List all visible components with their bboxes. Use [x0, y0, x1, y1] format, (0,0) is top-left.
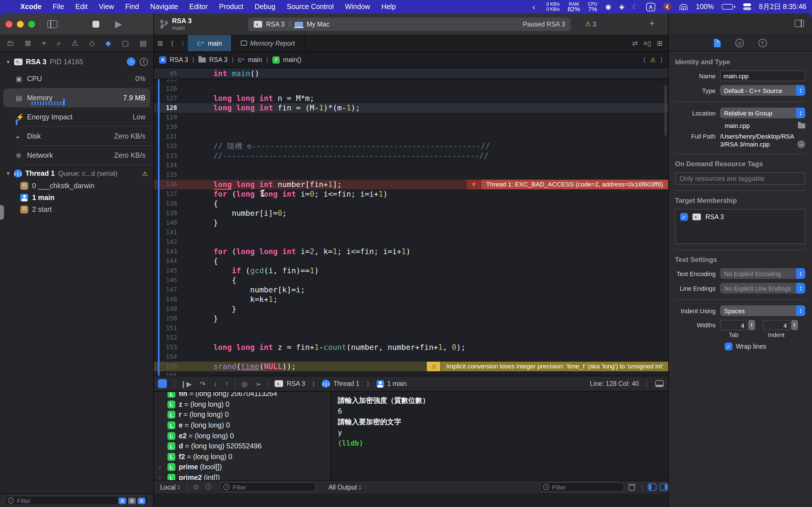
- menubar-clock[interactable]: 8月2日 8:35:46: [759, 2, 806, 11]
- variables-scope-select[interactable]: Local ▲▼: [160, 484, 180, 490]
- run-button[interactable]: ▶: [115, 18, 122, 29]
- minimap-icon[interactable]: ≡▯: [644, 39, 651, 47]
- code-line-144[interactable]: 144 {: [153, 256, 668, 266]
- breadcrumb-group[interactable]: RSA 3: [209, 56, 227, 63]
- code-line-135[interactable]: 135: [153, 170, 668, 180]
- breakpoint-navigator-icon[interactable]: ▢: [122, 39, 129, 47]
- zoom-window-button[interactable]: [28, 20, 35, 27]
- variables-filter-input[interactable]: ☰ Filter: [220, 482, 316, 492]
- menu-item-navigate[interactable]: Navigate: [145, 3, 184, 11]
- back-chevron-icon[interactable]: ⟨: [167, 35, 177, 51]
- indent-width-field[interactable]: 4: [763, 320, 790, 330]
- code-line-154[interactable]: 154: [153, 352, 668, 362]
- gauge-memory[interactable]: ▤Memory7.9 MB: [3, 89, 150, 107]
- menu-item-product[interactable]: Product: [213, 3, 249, 11]
- info-gauge-icon[interactable]: ◔: [127, 57, 135, 66]
- line-endings-select[interactable]: No Explicit Line Endings▲▼: [720, 283, 805, 293]
- prev-issue-chevron-icon[interactable]: ⟨: [643, 56, 646, 63]
- thread-row[interactable]: ▼ ❙❙❙ Thread 1 Queue: c...d (serial) ⚠: [0, 165, 153, 180]
- code-line-137[interactable]: 137 for (long long int i=0; i<=fin; i=i+…: [153, 189, 668, 199]
- project-navigator-icon[interactable]: 🗀: [7, 39, 14, 47]
- code-line-133[interactable]: 133 //----------------------------------…: [153, 151, 668, 161]
- diamond-app-icon[interactable]: ◈: [619, 3, 624, 11]
- window-edge-drag-handle[interactable]: [0, 205, 4, 220]
- code-line-142[interactable]: 142: [153, 237, 668, 247]
- code-line-155[interactable]: 155 srand(time(NULL));⚠Implicit conversi…: [153, 362, 668, 371]
- info-icon[interactable]: ⓘ: [204, 483, 212, 491]
- warning-annotation[interactable]: Implicit conversion loses integer precis…: [441, 362, 668, 371]
- minimize-window-button[interactable]: [17, 20, 24, 27]
- source-editor[interactable]: 125126127 long long int n = M*m;128 long…: [153, 68, 668, 376]
- play-circle-icon[interactable]: ◉: [605, 3, 611, 11]
- debug-navigator-icon[interactable]: ◆: [105, 39, 111, 47]
- menu-item-editor[interactable]: Editor: [184, 3, 213, 11]
- continue-button[interactable]: ❙▶: [176, 379, 196, 388]
- input-source-icon[interactable]: A: [646, 3, 655, 11]
- menu-item-find[interactable]: Find: [119, 3, 145, 11]
- code-line-130[interactable]: 130: [153, 122, 668, 132]
- file-inspector-icon[interactable]: [714, 39, 720, 47]
- find-navigator-icon[interactable]: ⌕: [57, 39, 61, 48]
- step-over-button[interactable]: ↷: [196, 379, 209, 388]
- console-output[interactable]: 請輸入加密強度（質數位數）6請輸入要加密的文字y(lldb): [331, 392, 668, 480]
- code-line-153[interactable]: 153 long long int z = fin+1-count(number…: [153, 342, 668, 352]
- help-inspector-icon[interactable]: ?: [758, 39, 767, 47]
- toggle-console-panel-button[interactable]: [660, 483, 668, 491]
- breadcrumb-project[interactable]: RSA 3: [170, 56, 188, 63]
- menu-item-view[interactable]: View: [93, 3, 119, 11]
- code-line-156[interactable]: 156: [153, 371, 668, 376]
- variable-row-e[interactable]: Le = (long long) 0: [153, 420, 331, 431]
- variable-row-z[interactable]: Lz = (long long) 0: [153, 399, 331, 409]
- indent-width-stepper[interactable]: ▲▼: [791, 320, 798, 330]
- code-line-151[interactable]: 151: [153, 323, 668, 333]
- menu-item-debug[interactable]: Debug: [249, 3, 281, 11]
- tab-width-field[interactable]: 4: [720, 320, 747, 330]
- debug-crumb-frame[interactable]: 1 main: [387, 380, 407, 387]
- breadcrumb-file[interactable]: main: [248, 56, 262, 63]
- variables-view[interactable]: Lfin = (long long) 206704113264Lz = (lon…: [153, 392, 331, 480]
- location-select[interactable]: Relative to Group▲▼: [720, 108, 805, 118]
- clear-console-button[interactable]: [629, 484, 635, 490]
- add-editor-icon[interactable]: ⊞: [657, 39, 663, 47]
- breakpoints-toggle-button[interactable]: [158, 379, 167, 388]
- menu-item-help[interactable]: Help: [375, 3, 401, 11]
- code-line-145[interactable]: 145 if (gcd(i, fin)==1): [153, 266, 668, 276]
- variable-row-e2[interactable]: Le2 = (long long) 0: [153, 431, 331, 441]
- issue-navigator-icon[interactable]: ⚠: [71, 39, 78, 47]
- swap-editor-icon[interactable]: ⇄: [632, 39, 638, 47]
- next-issue-chevron-icon[interactable]: ⟩: [660, 56, 663, 63]
- close-window-button[interactable]: [6, 20, 12, 27]
- code-line-126[interactable]: 126: [153, 84, 668, 94]
- debug-crumb-thread[interactable]: Thread 1: [334, 380, 359, 387]
- code-line-147[interactable]: 147 number[k]=i;: [153, 285, 668, 295]
- cpu-status[interactable]: CPU7%: [588, 2, 598, 12]
- columns-icon[interactable]: ⫴: [140, 58, 148, 66]
- report-navigator-icon[interactable]: ▤: [140, 39, 147, 47]
- control-center-icon[interactable]: [743, 3, 751, 10]
- editor-grid-icon[interactable]: ⊞: [153, 35, 167, 51]
- memory-graph-button[interactable]: ◎: [238, 379, 252, 388]
- code-line-140[interactable]: 140 }: [153, 218, 668, 228]
- code-line-141[interactable]: 141: [153, 228, 668, 237]
- process-row[interactable]: ▼ >_ RSA 3 PID 14165 ◔ ⫴: [0, 52, 153, 69]
- code-line-150[interactable]: 150 }: [153, 314, 668, 323]
- code-line-143[interactable]: 143 for (long long int i=2, k=1; i<=fin;…: [153, 247, 668, 256]
- forward-chevron-icon[interactable]: ⟩: [177, 35, 188, 51]
- type-select[interactable]: Default - C++ Source▲▼: [720, 85, 805, 96]
- toolbar-warning-badge[interactable]: ⚠ 3: [585, 20, 596, 27]
- console-output-select[interactable]: All Output ▲▼: [328, 484, 361, 490]
- toggle-variables-panel-button[interactable]: [648, 483, 656, 491]
- gauge-cpu[interactable]: ▣CPU0%: [0, 69, 153, 88]
- toggle-navigator-button[interactable]: [47, 20, 57, 28]
- code-line-149[interactable]: 149 }: [153, 304, 668, 314]
- text-encoding-select[interactable]: No Explicit Encoding▲▼: [720, 268, 805, 279]
- code-line-128[interactable]: 128 long long int fin = (M-1)*(m-1);: [153, 103, 668, 113]
- ram-status[interactable]: RAM82%: [567, 2, 580, 12]
- navigator-filter-input[interactable]: ☰ Filter ▥ ▥ ▥: [4, 496, 149, 505]
- toggle-debug-area-button[interactable]: [655, 380, 664, 387]
- variable-row-r[interactable]: Lr = (long long) 0: [153, 409, 331, 420]
- variable-row-fin[interactable]: Lfin = (long long) 206704113264: [153, 392, 331, 399]
- menu-item-edit[interactable]: Edit: [70, 3, 93, 11]
- network-speed-status[interactable]: 0 KB/s0 KB/s: [546, 2, 560, 12]
- code-line-129[interactable]: 129: [153, 113, 668, 122]
